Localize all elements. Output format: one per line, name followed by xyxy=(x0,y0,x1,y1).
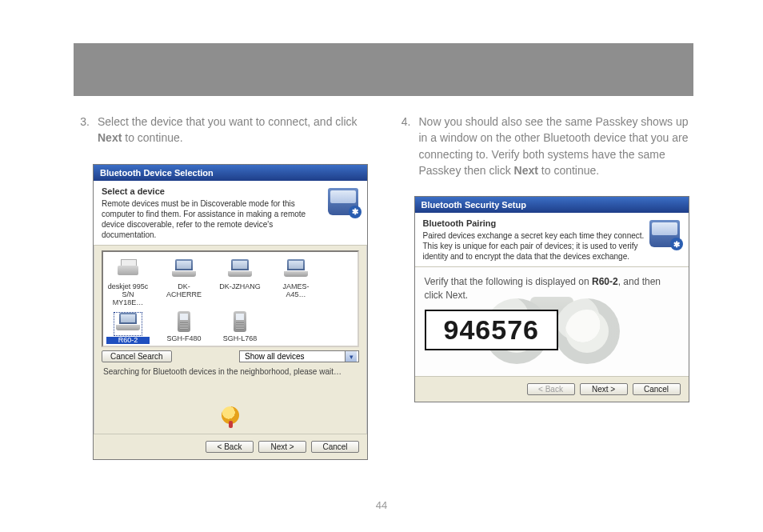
device-item[interactable]: deskjet 995c S/N MY18E… xyxy=(106,257,150,307)
step-body: Now you should also see the same Passkey… xyxy=(419,114,694,178)
content-columns: 3. Select the device that you want to co… xyxy=(74,114,693,460)
device-label: R60-2 xyxy=(106,337,150,345)
dialog-header-text: Bluetooth Pairing Paired devices exchang… xyxy=(423,218,647,262)
cancel-button[interactable]: Cancel xyxy=(311,441,359,453)
bluetooth-device-icon: ✱ xyxy=(647,218,682,250)
column-left: 3. Select the device that you want to co… xyxy=(74,114,373,460)
step-text-after: to continue. xyxy=(122,131,182,144)
device-selection-dialog: Bluetooth Device Selection Select a devi… xyxy=(93,164,368,461)
device-item[interactable]: JAMES-A45… xyxy=(274,257,318,307)
dialog-footer: < Back Next > Cancel xyxy=(94,434,367,459)
device-item[interactable]: SGH-L768 xyxy=(218,310,262,345)
device-label: SGH-F480 xyxy=(162,335,206,343)
back-button[interactable]: < Back xyxy=(527,383,575,395)
dialog-titlebar: Bluetooth Security Setup xyxy=(415,197,689,213)
laptop-icon xyxy=(282,259,310,282)
device-item[interactable]: DK-JZHANG xyxy=(218,257,262,307)
cancel-button[interactable]: Cancel xyxy=(633,383,681,395)
header-bar xyxy=(74,43,693,96)
phone-icon xyxy=(170,311,198,334)
laptop-icon xyxy=(226,259,254,282)
dialog-header-panel: Bluetooth Pairing Paired devices exchang… xyxy=(415,213,689,267)
verify-instruction: Verify that the following is displayed o… xyxy=(425,275,679,301)
bluetooth-device-icon: ✱ xyxy=(326,186,361,218)
verify-before: Verify that the following is displayed o… xyxy=(425,276,592,287)
device-item[interactable]: R60-2 xyxy=(106,310,150,345)
device-list: deskjet 995c S/N MY18E…DK-ACHERREDK-JZHA… xyxy=(102,250,359,348)
step-text-after: to continue. xyxy=(538,164,599,177)
page-number: 44 xyxy=(0,499,763,511)
device-label: deskjet 995c S/N MY18E… xyxy=(106,283,150,307)
step-text-bold: Next xyxy=(514,164,538,177)
device-label: SGH-L768 xyxy=(218,335,262,343)
dialog-header-title: Bluetooth Pairing xyxy=(423,218,647,229)
dialog-footer: < Back Next > Cancel xyxy=(415,376,689,402)
step-number: 4. xyxy=(395,114,411,178)
dialog-titlebar: Bluetooth Device Selection xyxy=(94,165,367,181)
device-label: DK-ACHERRE xyxy=(162,283,206,299)
device-item[interactable]: DK-ACHERRE xyxy=(162,257,206,307)
step-number: 3. xyxy=(74,114,90,146)
step-text-before: Select the device that you want to conne… xyxy=(98,115,358,128)
security-body: Verify that the following is displayed o… xyxy=(415,267,689,376)
search-status-text: Searching for Bluetooth devices in the n… xyxy=(102,362,359,379)
dialog-header-panel: Select a device Remote devices must be i… xyxy=(94,181,367,246)
back-button[interactable]: < Back xyxy=(206,441,254,453)
step-3-text: 3. Select the device that you want to co… xyxy=(74,114,373,146)
column-right: 4. Now you should also see the same Pass… xyxy=(395,114,694,460)
next-button[interactable]: Next > xyxy=(580,383,628,395)
printer-icon xyxy=(114,259,142,282)
laptop-icon xyxy=(170,259,198,282)
phone-icon xyxy=(226,311,254,334)
passkey-display: 946576 xyxy=(425,310,558,350)
show-all-devices-select[interactable]: Show all devices xyxy=(239,350,359,362)
device-item[interactable]: SGH-F480 xyxy=(162,310,206,345)
spinner-area xyxy=(102,379,359,429)
dialog-header-body: Remote devices must be in Discoverable m… xyxy=(102,198,326,240)
step-4-text: 4. Now you should also see the same Pass… xyxy=(395,114,694,178)
flashlight-icon xyxy=(222,406,239,424)
verify-device-name: R60-2 xyxy=(592,276,618,287)
dialog-header-body: Paired devices exchange a secret key eac… xyxy=(423,230,647,262)
next-button[interactable]: Next > xyxy=(258,441,306,453)
inline-controls: Cancel Search Show all devices xyxy=(102,350,359,362)
cancel-search-button[interactable]: Cancel Search xyxy=(102,350,172,362)
device-label: DK-JZHANG xyxy=(218,283,262,291)
step-body: Select the device that you want to conne… xyxy=(98,114,373,146)
laptop-icon xyxy=(114,313,142,335)
dialog-header-title: Select a device xyxy=(102,186,326,197)
dialog-content: deskjet 995c S/N MY18E…DK-ACHERREDK-JZHA… xyxy=(94,246,367,434)
security-setup-dialog: Bluetooth Security Setup Bluetooth Pairi… xyxy=(414,196,689,402)
dialog-header-text: Select a device Remote devices must be i… xyxy=(102,186,326,240)
select-value: Show all devices xyxy=(245,352,304,361)
step-text-bold: Next xyxy=(98,131,122,144)
device-label: JAMES-A45… xyxy=(274,283,318,299)
